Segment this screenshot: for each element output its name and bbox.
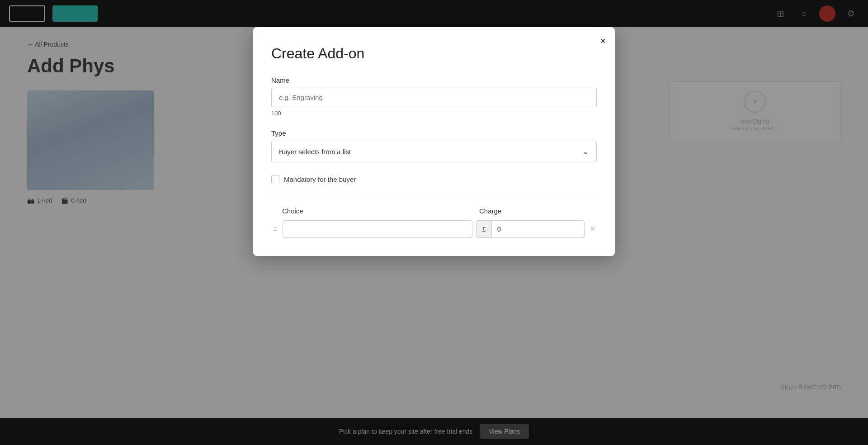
name-label: Name	[271, 76, 597, 84]
choice-charge-header: Choice Charge	[271, 207, 597, 215]
charge-header-label: Charge	[479, 207, 597, 215]
delete-row-button[interactable]: ×	[588, 224, 597, 234]
modal-close-button[interactable]: ×	[600, 36, 606, 46]
modal-overlay: × Create Add-on Name 100 Type Buyer sele…	[0, 0, 868, 445]
name-field-group: Name 100	[271, 76, 597, 117]
modal-title: Create Add-on	[271, 45, 597, 62]
charge-input-wrapper: £	[476, 220, 585, 238]
mandatory-label: Mandatory for the buyer	[284, 175, 356, 183]
modal: × Create Add-on Name 100 Type Buyer sele…	[253, 27, 615, 256]
type-field-group: Type Buyer selects from a list ⌄	[271, 129, 597, 162]
type-dropdown-value: Buyer selects from a list	[279, 148, 351, 156]
choice-charge-row: ≡ £ ×	[271, 220, 597, 238]
name-input[interactable]	[271, 88, 597, 107]
mandatory-checkbox[interactable]	[271, 175, 279, 183]
choice-header-label: Choice	[282, 207, 479, 215]
char-count: 100	[271, 110, 597, 117]
type-dropdown[interactable]: Buyer selects from a list ⌄	[271, 141, 597, 162]
currency-symbol: £	[476, 221, 491, 237]
section-divider	[271, 196, 597, 196]
choice-input[interactable]	[283, 220, 472, 238]
type-label: Type	[271, 129, 597, 137]
charge-input[interactable]	[492, 221, 585, 237]
chevron-down-icon: ⌄	[582, 147, 589, 156]
drag-handle-icon[interactable]: ≡	[271, 225, 279, 233]
mandatory-checkbox-row: Mandatory for the buyer	[271, 175, 597, 183]
